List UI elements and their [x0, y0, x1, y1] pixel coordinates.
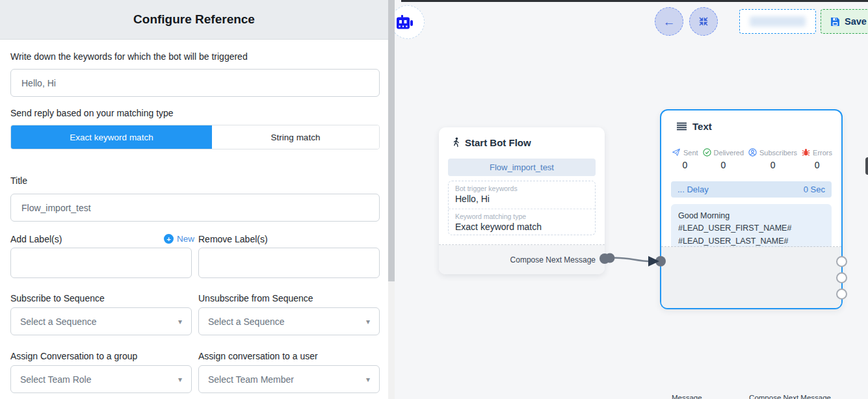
- message-input-label: Message: [672, 394, 702, 399]
- chevron-down-icon: ▾: [366, 375, 370, 384]
- keyboard-button-port[interactable]: [836, 289, 847, 300]
- assign-group-select[interactable]: Select Team Role ▾: [10, 365, 192, 393]
- robot-icon: [396, 15, 415, 32]
- dashed-outline-button[interactable]: [739, 9, 816, 34]
- title-label: Title: [10, 175, 27, 186]
- chevron-down-icon: ▾: [366, 317, 370, 326]
- keywords-input[interactable]: [10, 69, 380, 97]
- matching-type-label: Send reply based on your matching type: [10, 108, 174, 118]
- remove-labels-label: Remove Label(s): [198, 234, 268, 244]
- start-bot-flow-node[interactable]: Start Bot Flow Flow_import_test Bot trig…: [439, 127, 605, 274]
- page-title: Configure Reference: [133, 12, 255, 27]
- sent-plane-icon: [672, 148, 681, 157]
- subscribe-sequence-label: Subscribe to Sequence: [10, 293, 105, 303]
- delay-row[interactable]: ... Delay 0 Sec: [671, 181, 832, 198]
- assign-group-label: Assign Conversation to a group: [10, 351, 137, 361]
- canvas-top-border: [401, 0, 868, 2]
- walking-person-icon: [452, 137, 460, 148]
- assign-user-label: Assign conversation to a user: [198, 351, 318, 361]
- text-node[interactable]: Text Sent 0: [660, 109, 843, 309]
- subscribers-person-icon: [748, 148, 757, 157]
- trigger-settings-box[interactable]: Bot trigger keywords Hello, Hi Keyword m…: [448, 181, 596, 235]
- unsubscribe-sequence-select[interactable]: Select a Sequence ▾: [198, 307, 380, 335]
- subscribe-sequence-value: Select a Sequence: [20, 316, 97, 327]
- stats-row: Sent 0 Delivered 0: [672, 148, 832, 170]
- matching-type-field-label: Keyword matching type: [455, 212, 588, 220]
- stat-sent-value: 0: [682, 160, 687, 170]
- start-node-title-text: Start Bot Flow: [465, 137, 531, 148]
- compress-icon: [698, 16, 709, 27]
- matching-type-field-value: Exact keyword match: [455, 222, 588, 232]
- keywords-label: Write down the keywords for which the bo…: [10, 51, 248, 62]
- trigger-keywords-value: Hello, Hi: [455, 194, 588, 204]
- subscribe-sequence-select[interactable]: Select a Sequence ▾: [10, 307, 192, 335]
- save-floppy-icon: [830, 17, 840, 27]
- errors-bug-icon: [802, 148, 810, 157]
- delivered-check-icon: [703, 148, 711, 157]
- start-node-footer: Compose Next Message: [439, 245, 605, 274]
- save-label: Save: [845, 16, 867, 27]
- hamburger-icon: [677, 122, 687, 131]
- plus-icon: +: [164, 234, 174, 244]
- delay-label: ... Delay: [677, 185, 709, 194]
- back-arrow-icon: ←: [663, 16, 676, 28]
- flow-builder-app: Configure Reference Write down the keywo…: [0, 0, 868, 399]
- chevron-down-icon: ▾: [178, 375, 182, 384]
- new-label-text: New: [177, 234, 194, 244]
- panel-scrollbar-thumb[interactable]: [388, 0, 395, 281]
- save-button[interactable]: Save: [821, 9, 868, 34]
- delay-value: 0 Sec: [804, 185, 825, 194]
- stat-errors-label: Errors: [813, 149, 832, 157]
- stat-delivered-value: 0: [720, 160, 726, 170]
- assign-group-value: Select Team Role: [20, 374, 91, 385]
- text-node-footer: Message Compose Next Message Add Buttons…: [661, 247, 841, 308]
- stat-subscribers-value: 0: [770, 160, 776, 170]
- stat-errors-value: 0: [815, 160, 820, 170]
- blurred-label: [750, 16, 806, 27]
- tab-exact-keyword-match[interactable]: Exact keyword match: [11, 125, 212, 149]
- tab-string-match[interactable]: String match: [212, 125, 379, 149]
- stat-errors: Errors 0: [802, 148, 832, 170]
- trigger-keywords-label: Bot trigger keywords: [455, 185, 588, 192]
- start-node-output-port[interactable]: [599, 253, 610, 264]
- unsubscribe-sequence-value: Select a Sequence: [208, 316, 285, 327]
- panel-header: Configure Reference: [0, 0, 388, 40]
- add-labels-input[interactable]: [10, 248, 192, 278]
- stat-subscribers-label: Subscribers: [759, 149, 797, 157]
- title-input[interactable]: [10, 194, 380, 222]
- start-node-title: Start Bot Flow: [452, 137, 531, 148]
- assign-user-select[interactable]: Select Team Member ▾: [198, 365, 380, 393]
- new-label-button[interactable]: + New: [164, 234, 194, 244]
- canvas-right-handle[interactable]: [865, 157, 868, 175]
- bot-badge[interactable]: [395, 5, 425, 39]
- configure-panel: Configure Reference Write down the keywo…: [0, 0, 388, 399]
- stat-sent: Sent 0: [672, 148, 698, 170]
- trigger-keywords-field: Bot trigger keywords Hello, Hi: [449, 181, 595, 209]
- compose-next-message-output-label: Compose Next Message: [749, 394, 831, 399]
- assign-user-value: Select Team Member: [208, 374, 294, 385]
- flow-name-chip[interactable]: Flow_import_test: [448, 159, 596, 176]
- matching-type-tabs: Exact keyword match String match: [10, 125, 380, 149]
- fit-view-button[interactable]: [689, 7, 718, 36]
- remove-labels-input[interactable]: [198, 248, 380, 278]
- stat-delivered-label: Delivered: [714, 149, 744, 157]
- back-button[interactable]: ←: [655, 7, 683, 36]
- chevron-down-icon: ▾: [178, 317, 182, 326]
- stat-delivered: Delivered 0: [703, 148, 744, 170]
- unsubscribe-sequence-label: Unsubscribe from Sequence: [198, 293, 313, 303]
- flow-canvas[interactable]: ← Save: [395, 0, 868, 399]
- add-buttons-port[interactable]: [836, 272, 847, 283]
- stat-subscribers: Subscribers 0: [748, 148, 797, 170]
- compose-next-message-label: Compose Next Message: [510, 255, 596, 264]
- text-node-title: Text: [677, 121, 712, 132]
- text-node-title-text: Text: [692, 121, 712, 132]
- stat-sent-label: Sent: [683, 149, 698, 157]
- matching-type-field: Keyword matching type Exact keyword matc…: [449, 209, 595, 235]
- compose-next-message-port[interactable]: [836, 256, 847, 267]
- add-labels-label: Add Label(s): [10, 234, 62, 244]
- panel-scrollbar[interactable]: [388, 0, 395, 399]
